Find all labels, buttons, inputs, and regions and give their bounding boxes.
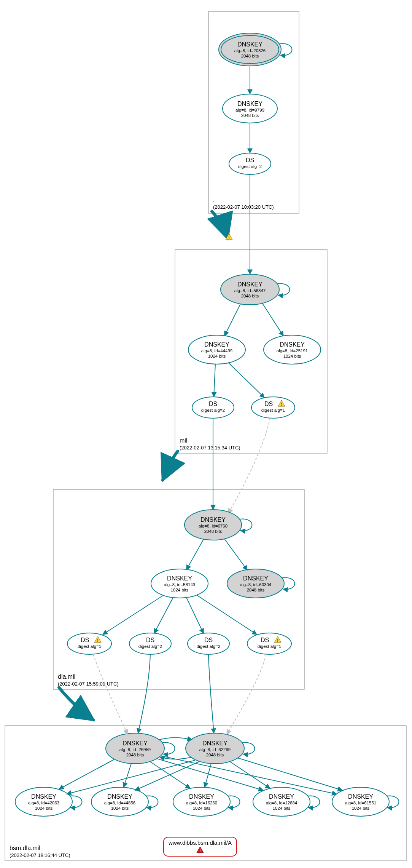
svg-text:alg=8, id=20326: alg=8, id=20326	[234, 48, 266, 53]
svg-text:DNSKEY: DNSKEY	[122, 740, 148, 747]
svg-text:alg=8, id=58143: alg=8, id=58143	[164, 582, 196, 587]
svg-text:alg=8, id=25191: alg=8, id=25191	[277, 348, 308, 353]
node-mil-ds-l[interactable]: DS digest alg=2	[192, 397, 234, 418]
svg-text:alg=8, id=60304: alg=8, id=60304	[240, 582, 272, 587]
svg-point-54	[247, 633, 291, 654]
node-mil-zsk-l[interactable]: DNSKEY alg=8, id=44439 1024 bits	[188, 335, 245, 364]
svg-text:1024 bits: 1024 bits	[171, 588, 189, 592]
edge	[186, 539, 204, 570]
node-dla-ds1[interactable]: DS digest alg=1	[67, 633, 111, 654]
edge	[135, 761, 200, 790]
node-dla-ksk2[interactable]: DNSKEY alg=8, id=60304 2048 bits	[227, 569, 284, 598]
edge-dashed	[228, 418, 270, 513]
svg-text:DS: DS	[209, 401, 217, 407]
svg-text:DS: DS	[146, 637, 154, 643]
svg-text:DS: DS	[204, 637, 213, 643]
svg-text:digest alg=1: digest alg=1	[78, 644, 101, 649]
svg-text:DNSKEY: DNSKEY	[167, 575, 192, 582]
error-icon: !	[197, 847, 204, 853]
svg-point-28	[251, 397, 295, 418]
svg-text:DNSKEY: DNSKEY	[107, 793, 132, 800]
node-root-ksk[interactable]: DNSKEY alg=8, id=20326 2048 bits	[219, 33, 281, 66]
svg-text:1024 bits: 1024 bits	[35, 806, 53, 810]
node-dla-ds4[interactable]: DS digest alg=1	[247, 633, 291, 654]
node-dla-zsk[interactable]: DNSKEY alg=8, id=58143 1024 bits	[151, 569, 208, 598]
svg-text:DS: DS	[264, 401, 273, 407]
node-bsm-z1[interactable]: DNSKEY alg=8, id=42063 1024 bits	[15, 787, 72, 816]
svg-text:1024 bits: 1024 bits	[283, 354, 301, 358]
node-bsm-z3[interactable]: DNSKEY alg=8, id=16260 1024 bits	[173, 787, 230, 816]
svg-text:1024 bits: 1024 bits	[111, 806, 129, 810]
node-dla-ds2[interactable]: DS digest alg=2	[129, 633, 171, 654]
svg-point-25	[192, 397, 234, 418]
zone-ts-mil: (2022-02-07 13:15:34 UTC)	[180, 445, 240, 451]
svg-text:digest alg=2: digest alg=2	[201, 408, 225, 412]
node-bsm-z5[interactable]: DNSKEY alg=8, id=61551 1024 bits	[332, 787, 389, 816]
svg-text:DNSKEY: DNSKEY	[243, 575, 268, 582]
svg-text:DNSKEY: DNSKEY	[189, 793, 214, 800]
svg-text:!: !	[228, 235, 229, 240]
svg-text:DS: DS	[261, 637, 269, 643]
svg-text:digest alg=2: digest alg=2	[138, 644, 162, 649]
svg-text:1024 bits: 1024 bits	[352, 806, 370, 810]
zone-label-dla: dla.mil	[58, 673, 75, 680]
svg-text:digest alg=1: digest alg=1	[261, 408, 285, 412]
edge	[224, 304, 240, 336]
svg-text:DNSKEY: DNSKEY	[269, 793, 294, 800]
svg-text:digest alg=2: digest alg=2	[197, 644, 220, 649]
svg-text:alg=8, id=42063: alg=8, id=42063	[28, 801, 60, 805]
edge-dashed	[227, 654, 266, 734]
edge	[238, 758, 342, 790]
edge	[228, 363, 264, 398]
svg-point-51	[188, 633, 229, 654]
edge	[262, 304, 283, 336]
svg-text:DNSKEY: DNSKEY	[237, 41, 262, 48]
svg-text:DNSKEY: DNSKEY	[31, 793, 56, 800]
svg-text:digest alg=2: digest alg=2	[238, 164, 262, 169]
zone-edge	[163, 451, 178, 480]
node-dla-ds3[interactable]: DS digest alg=2	[188, 633, 229, 654]
node-mil-zsk-r[interactable]: DNSKEY alg=8, id=25191 1024 bits	[264, 335, 321, 364]
node-bsm-z4[interactable]: DNSKEY alg=8, id=12684 1024 bits	[253, 787, 310, 816]
edge	[159, 738, 192, 740]
node-bsm-ksk-l[interactable]: DNSKEY alg=8, id=26959 2048 bits	[106, 733, 164, 764]
svg-text:DNSKEY: DNSKEY	[202, 740, 227, 747]
svg-text:alg=8, id=56347: alg=8, id=56347	[234, 288, 266, 293]
node-dla-ksk[interactable]: DNSKEY alg=8, id=6760 2048 bits	[185, 510, 242, 540]
zone-label-mil: mil	[180, 437, 187, 444]
node-root-ds[interactable]: DS digest alg=2	[229, 153, 271, 174]
edge-dashed	[93, 654, 127, 734]
edge	[59, 759, 114, 789]
node-mil-ds-r[interactable]: DS digest alg=1	[251, 397, 295, 418]
svg-text:alg=8, id=61551: alg=8, id=61551	[345, 801, 377, 805]
svg-text:2048 bits: 2048 bits	[126, 753, 144, 757]
svg-point-44	[67, 633, 111, 654]
zone-edge	[59, 687, 93, 720]
svg-text:alg=8, id=44439: alg=8, id=44439	[201, 348, 233, 353]
zone-ts-root: (2022-02-07 10:03:20 UTC)	[213, 204, 274, 210]
zone-label-root: .	[213, 197, 215, 203]
svg-text:!: !	[277, 638, 278, 643]
svg-text:DNSKEY: DNSKEY	[237, 101, 262, 107]
edge	[197, 595, 257, 635]
edge	[103, 596, 163, 635]
svg-text:!: !	[281, 402, 282, 406]
node-bsm-ksk-r[interactable]: DNSKEY alg=8, id=62299 2048 bits	[186, 733, 244, 764]
svg-text:alg=8, id=16260: alg=8, id=16260	[186, 801, 218, 805]
node-bsm-z2[interactable]: DNSKEY alg=8, id=44856 1024 bits	[91, 787, 148, 816]
edge	[214, 364, 215, 397]
node-rr-error[interactable]: www.dibbs.bsm.dla.mil/A !	[164, 837, 237, 856]
svg-text:DNSKEY: DNSKEY	[348, 793, 373, 800]
node-root-zsk[interactable]: DNSKEY alg=8, id=9799 2048 bits	[223, 94, 277, 123]
svg-text:alg=8, id=44856: alg=8, id=44856	[104, 801, 136, 805]
svg-text:DNSKEY: DNSKEY	[204, 341, 229, 348]
node-mil-ksk[interactable]: DNSKEY alg=8, id=56347 2048 bits	[221, 274, 279, 305]
edge	[224, 539, 247, 570]
svg-text:digest alg=1: digest alg=1	[258, 644, 281, 649]
svg-text:2048 bits: 2048 bits	[247, 588, 265, 592]
svg-text:1024 bits: 1024 bits	[273, 806, 291, 810]
svg-text:alg=8, id=9799: alg=8, id=9799	[235, 108, 264, 112]
edge	[154, 598, 173, 633]
svg-text:DNSKEY: DNSKEY	[280, 341, 305, 348]
svg-text:2048 bits: 2048 bits	[241, 113, 259, 118]
